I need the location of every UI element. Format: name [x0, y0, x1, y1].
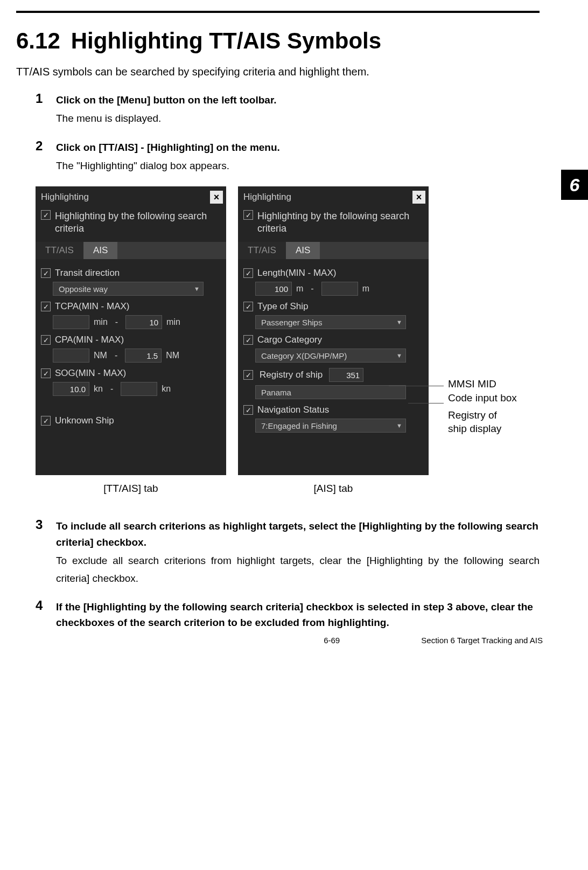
- checkbox-unknown[interactable]: [41, 416, 51, 426]
- step-4: 4 If the [Highlighting by the following …: [36, 599, 540, 631]
- checkbox-type[interactable]: [243, 302, 253, 311]
- step-number: 4: [36, 598, 56, 631]
- dropdown-value: Category X(DG/HP/MP): [261, 351, 347, 360]
- page-title: 6.12Highlighting TT/AIS Symbols: [16, 28, 540, 54]
- tab-ttais[interactable]: TT/AIS: [238, 242, 286, 259]
- step-3: 3 To include all search criterions as hi…: [36, 518, 540, 587]
- dialog-screenshots: Highlighting × Highlighting by the follo…: [36, 186, 540, 495]
- checkbox-registry[interactable]: [243, 370, 253, 380]
- section-number: 6.12: [16, 28, 60, 53]
- unit-label: kn: [94, 384, 103, 394]
- close-icon[interactable]: ×: [412, 191, 425, 204]
- criterion-unknown: Unknown Ship: [41, 415, 222, 426]
- callout-line: [389, 386, 444, 386]
- dialog-title: Highlighting: [243, 192, 291, 203]
- criterion-registry: Registry of ship Panama: [243, 368, 424, 399]
- chevron-down-icon: ▼: [396, 422, 402, 429]
- step-number: 1: [36, 91, 56, 128]
- checkbox-master-label: Highlighting by the following search cri…: [55, 210, 226, 234]
- input-tcpa-min[interactable]: [53, 315, 89, 329]
- criterion-label: Cargo Category: [257, 335, 322, 345]
- dropdown-nav[interactable]: 7:Engaged in Fishing▼: [255, 419, 406, 433]
- criterion-sog: SOG(MIN - MAX) kn - kn: [41, 368, 222, 396]
- unit-label: m: [296, 284, 303, 294]
- section-title: Highlighting TT/AIS Symbols: [71, 28, 381, 53]
- tab-ais[interactable]: AIS: [83, 242, 117, 259]
- step-instruction: If the [Highlighting by the following se…: [56, 599, 540, 631]
- step-description: The "Highlighting" dialog box appears.: [56, 157, 540, 175]
- unit-label: kn: [162, 384, 171, 394]
- page-number: 6-69: [324, 636, 340, 645]
- dropdown-transit[interactable]: Opposite way▼: [53, 282, 204, 296]
- dropdown-value: 7:Engaged in Fishing: [261, 421, 337, 430]
- tab-ais[interactable]: AIS: [286, 242, 320, 259]
- dialog-title: Highlighting: [41, 192, 89, 203]
- criterion-label: Unknown Ship: [55, 415, 114, 426]
- close-icon[interactable]: ×: [210, 191, 223, 204]
- criterion-length: Length(MIN - MAX) m - m: [243, 268, 424, 296]
- checkbox-cpa[interactable]: [41, 335, 51, 345]
- input-cpa-max[interactable]: [125, 349, 162, 363]
- range-dash: -: [307, 284, 317, 294]
- input-length-max[interactable]: [321, 282, 358, 296]
- criterion-label: Length(MIN - MAX): [257, 268, 336, 279]
- criterion-type: Type of Ship Passenger Ships▼: [243, 301, 424, 329]
- criterion-label: Type of Ship: [257, 301, 309, 312]
- page-footer: 6-69 Section 6 Target Tracking and AIS: [0, 636, 588, 645]
- input-length-min[interactable]: [255, 282, 292, 296]
- range-dash: -: [112, 317, 121, 327]
- registry-display: Panama: [255, 385, 406, 399]
- step-description: To exclude all search criterions from hi…: [56, 552, 540, 587]
- highlighting-dialog-ttais: Highlighting × Highlighting by the follo…: [36, 186, 226, 475]
- step-instruction: To include all search criterions as high…: [56, 518, 540, 550]
- criterion-cpa: CPA(MIN - MAX) NM - NM: [41, 335, 222, 363]
- highlighting-dialog-ais: Highlighting × Highlighting by the follo…: [238, 186, 429, 475]
- criterion-label: CPA(MIN - MAX): [55, 335, 124, 345]
- input-sog-min[interactable]: [53, 382, 89, 396]
- dropdown-value: Opposite way: [59, 284, 108, 294]
- criterion-nav: Navigation Status 7:Engaged in Fishing▼: [243, 405, 424, 433]
- unit-label: min: [166, 317, 180, 327]
- callout-mmsi: MMSI MID Code input box: [448, 377, 518, 405]
- callouts: MMSI MID Code input box Registry of ship…: [448, 377, 518, 439]
- top-rule: [16, 11, 540, 13]
- criterion-label: TCPA(MIN - MAX): [55, 301, 130, 312]
- tab-row: TT/AIS AIS: [36, 242, 226, 259]
- dialog-caption: [AIS] tab: [314, 483, 353, 495]
- checkbox-tcpa[interactable]: [41, 302, 51, 311]
- unit-label: NM: [166, 351, 179, 360]
- dropdown-type[interactable]: Passenger Ships▼: [255, 315, 406, 329]
- step-instruction: Click on the [Menu] button on the left t…: [56, 92, 540, 108]
- input-mmsi-mid[interactable]: [329, 368, 363, 382]
- criterion-cargo: Cargo Category Category X(DG/HP/MP)▼: [243, 335, 424, 363]
- input-cpa-min[interactable]: [53, 349, 89, 363]
- criterion-label: Navigation Status: [257, 405, 329, 415]
- footer-section: Section 6 Target Tracking and AIS: [421, 636, 543, 645]
- chevron-down-icon: ▼: [396, 352, 402, 359]
- dropdown-cargo[interactable]: Category X(DG/HP/MP)▼: [255, 349, 406, 363]
- checkbox-master-label: Highlighting by the following search cri…: [257, 210, 429, 234]
- input-sog-max[interactable]: [121, 382, 157, 396]
- criterion-label: SOG(MIN - MAX): [55, 368, 126, 379]
- input-tcpa-max[interactable]: [125, 315, 162, 329]
- intro-text: TT/AIS symbols can be searched by specif…: [16, 66, 540, 78]
- step-1: 1 Click on the [Menu] button on the left…: [36, 92, 540, 128]
- step-instruction: Click on [TT/AIS] - [Highlighting] on th…: [56, 140, 540, 155]
- checkbox-nav[interactable]: [243, 405, 253, 415]
- step-number: 3: [36, 517, 56, 587]
- checkbox-sog[interactable]: [41, 368, 51, 378]
- range-dash: -: [111, 351, 121, 360]
- step-2: 2 Click on [TT/AIS] - [Highlighting] on …: [36, 140, 540, 175]
- checkbox-master[interactable]: [243, 210, 253, 220]
- callout-line: [408, 403, 444, 403]
- unit-label: m: [362, 284, 369, 294]
- checkbox-master[interactable]: [41, 210, 51, 220]
- callout-registry: Registry of ship display: [448, 408, 518, 436]
- checkbox-cargo[interactable]: [243, 335, 253, 345]
- criterion-label: Transit direction: [55, 268, 120, 279]
- tab-ttais[interactable]: TT/AIS: [36, 242, 83, 259]
- checkbox-transit[interactable]: [41, 268, 51, 278]
- chevron-down-icon: ▼: [194, 286, 200, 292]
- range-dash: -: [107, 384, 116, 394]
- checkbox-length[interactable]: [243, 268, 253, 278]
